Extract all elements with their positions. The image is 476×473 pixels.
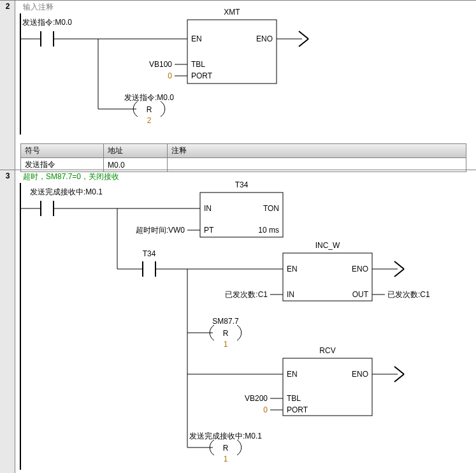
svg-line-34 <box>394 269 404 277</box>
network-number: 2 <box>0 2 15 11</box>
t34-contact: T34 <box>143 249 156 258</box>
reset1-op: R <box>223 329 229 338</box>
svg-line-42 <box>394 374 404 382</box>
reset2-op: R <box>223 444 229 453</box>
reset2-label: 发送完成接收中:M0.1 <box>189 432 262 440</box>
network-2: 2 输入注释 发送指令:M0.0 XMT EN ENO TBL PORT <box>0 0 476 170</box>
network-body: 发送完成接收中:M0.1 T34 IN TON PT 10 ms 超时时间:VW… <box>15 170 476 470</box>
rcv-eno: ENO <box>352 370 368 379</box>
rcv-name: RCV <box>319 346 335 355</box>
xmt-tbl: TBL <box>191 60 205 69</box>
reset-label: 发送指令:M0.0 <box>124 93 174 102</box>
reset-op: R <box>147 105 152 114</box>
svg-line-12 <box>299 39 308 47</box>
timer-pt-val: 超时时间:VW0 <box>136 226 185 235</box>
rcv-tbl-val: VB200 <box>245 394 268 403</box>
timer-name: T34 <box>235 180 249 189</box>
ladder-diagram: 发送完成接收中:M0.1 T34 IN TON PT 10 ms 超时时间:VW… <box>15 170 474 470</box>
reset-count: 2 <box>147 116 152 125</box>
network-body: 发送指令:M0.0 XMT EN ENO TBL PORT VB100 0 <box>15 1 476 135</box>
timer-pt: PT <box>204 226 214 235</box>
network-number: 3 <box>0 171 15 180</box>
incw-in-val: 已发次数:C1 <box>225 290 268 299</box>
col-addr[interactable]: 地址 <box>104 144 168 158</box>
xmt-en: EN <box>191 34 202 43</box>
timer-in: IN <box>204 204 212 213</box>
contact-label: 发送完成接收中:M0.1 <box>30 187 103 196</box>
svg-line-11 <box>299 31 308 39</box>
rcv-port-val: 0 <box>263 405 268 414</box>
reset1-label: SM87.7 <box>212 317 239 326</box>
incw-in: IN <box>287 290 294 299</box>
rcv-tbl: TBL <box>287 394 301 403</box>
symbol-table: 符号 地址 注释 发送指令 M0.0 <box>20 143 466 172</box>
incw-en: EN <box>287 265 298 273</box>
reset2-count: 1 <box>224 455 228 463</box>
col-comment[interactable]: 注释 <box>168 144 466 158</box>
incw-name: INC_W <box>315 241 340 250</box>
network-3: 3 超时，SM87.7=0，关闭接收 发送完成接收中:M0.1 T34 IN T… <box>0 170 476 473</box>
xmt-port: PORT <box>191 71 213 80</box>
xmt-eno: ENO <box>256 34 273 43</box>
xmt-port-val: 0 <box>168 71 172 80</box>
incw-out-val: 已发次数:C1 <box>387 290 430 299</box>
ladder-diagram: 发送指令:M0.0 XMT EN ENO TBL PORT VB100 0 <box>15 1 474 135</box>
reset1-count: 1 <box>224 340 228 349</box>
xmt-name: XMT <box>224 8 240 17</box>
rcv-en: EN <box>287 370 298 379</box>
col-symbol[interactable]: 符号 <box>21 144 104 158</box>
xmt-tbl-val: VB100 <box>149 60 172 69</box>
incw-eno: ENO <box>352 265 368 273</box>
rcv-port: PORT <box>287 405 308 414</box>
timer-type: TON <box>263 204 279 213</box>
svg-line-33 <box>394 261 404 269</box>
contact-label: 发送指令:M0.0 <box>22 18 72 27</box>
incw-out: OUT <box>352 290 369 299</box>
gutter <box>0 170 15 473</box>
gutter <box>0 1 15 170</box>
svg-line-41 <box>394 367 404 374</box>
timer-time: 10 ms <box>258 226 279 235</box>
